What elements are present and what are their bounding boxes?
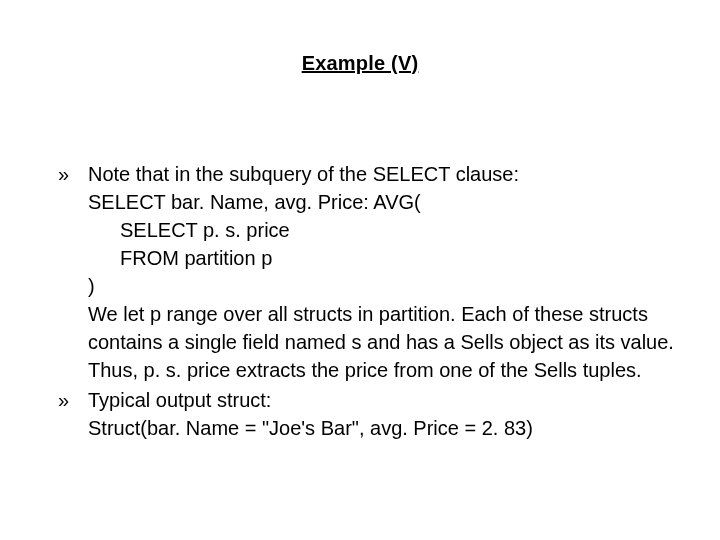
slide-body: » Note that in the subquery of the SELEC… [58, 160, 720, 444]
text-line: SELECT p. s. price [88, 216, 720, 244]
text-line: Struct(bar. Name = "Joe's Bar", avg. Pri… [88, 414, 720, 442]
text-line: Typical output struct: [88, 386, 720, 414]
text-line: We let p range over all structs in parti… [88, 300, 720, 384]
bullet-content: Typical output struct: Struct(bar. Name … [88, 386, 720, 442]
bullet-item: » Note that in the subquery of the SELEC… [58, 160, 720, 384]
slide: Example (V) » Note that in the subquery … [0, 0, 720, 540]
text-line: FROM partition p [88, 244, 720, 272]
bullet-marker: » [58, 160, 88, 188]
text-line: SELECT bar. Name, avg. Price: AVG( [88, 188, 720, 216]
bullet-item: » Typical output struct: Struct(bar. Nam… [58, 386, 720, 442]
slide-title: Example (V) [0, 52, 720, 75]
text-line: Note that in the subquery of the SELECT … [88, 160, 720, 188]
bullet-content: Note that in the subquery of the SELECT … [88, 160, 720, 384]
text-line: ) [88, 272, 720, 300]
bullet-marker: » [58, 386, 88, 414]
